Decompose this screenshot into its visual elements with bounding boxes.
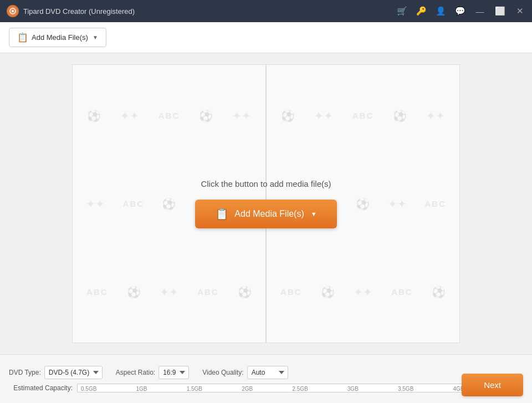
- dvd-type-label: DVD Type:: [9, 369, 41, 376]
- restore-button[interactable]: ⬜: [494, 6, 505, 17]
- add-media-dropdown-arrow: ▼: [93, 34, 98, 40]
- video-quality-select[interactable]: Auto High Medium Low: [247, 366, 288, 379]
- big-add-media-button[interactable]: 📋 Add Media File(s) ▼: [195, 200, 336, 228]
- add-media-file-button[interactable]: 📋 Add Media File(s) ▼: [9, 28, 106, 47]
- big-add-media-label: Add Media File(s): [234, 209, 304, 219]
- title-bar: Tipard DVD Creator (Unregistered) 🛒 🔑 👤 …: [0, 0, 532, 22]
- tick-1gb: 1GB: [136, 386, 147, 392]
- tick-3.5gb: 3.5GB: [398, 386, 413, 392]
- capacity-tick-labels: 0.5GB 1GB 1.5GB 2GB 2.5GB 3GB 3.5GB 4GB …: [80, 386, 520, 392]
- cart-icon[interactable]: 🛒: [397, 6, 407, 16]
- next-button[interactable]: Next: [462, 374, 523, 396]
- tick-3gb: 3GB: [347, 386, 359, 392]
- click-text: Click the button to add media file(s): [201, 179, 331, 188]
- video-quality-group: Video Quality: Auto High Medium Low: [202, 366, 288, 379]
- dvd-type-group: DVD Type: DVD-5 (4.7G) DVD-9 (8.5G): [9, 366, 103, 379]
- minimize-button[interactable]: —: [474, 6, 485, 17]
- add-media-label: Add Media File(s): [32, 33, 88, 42]
- capacity-bar: 0.5GB 1GB 1.5GB 2GB 2.5GB 3GB 3.5GB 4GB …: [77, 384, 523, 392]
- user-icon[interactable]: 👤: [436, 6, 446, 16]
- tick-2.5gb: 2.5GB: [292, 386, 308, 392]
- dvd-type-select[interactable]: DVD-5 (4.7G) DVD-9 (8.5G): [44, 366, 103, 379]
- aspect-ratio-select[interactable]: 16:9 4:3: [158, 366, 189, 379]
- big-dropdown-arrow: ▼: [311, 211, 317, 217]
- main-content: ⚽ ✦✦ ABC ⚽ ✦✦ ✦✦ ABC ⚽ ✦✦ ABC ABC ⚽ ✦✦: [0, 53, 532, 354]
- tick-2gb: 2GB: [242, 386, 253, 392]
- svg-point-1: [12, 10, 14, 12]
- tick-1.5gb: 1.5GB: [187, 386, 202, 392]
- video-quality-label: Video Quality:: [202, 369, 244, 376]
- tick-0.5gb: 0.5GB: [81, 386, 96, 392]
- key-icon[interactable]: 🔑: [416, 6, 427, 16]
- bottom-bar: DVD Type: DVD-5 (4.7G) DVD-9 (8.5G) Aspe…: [0, 354, 532, 403]
- center-overlay: Click the button to add media file(s) 📋 …: [195, 179, 336, 228]
- aspect-ratio-group: Aspect Ratio: 16:9 4:3: [116, 366, 189, 379]
- chat-icon[interactable]: 💬: [455, 6, 466, 16]
- app-title: Tipard DVD Creator (Unregistered): [23, 7, 397, 16]
- capacity-row: Estimated Capacity: 0.5GB 1GB 1.5GB 2GB …: [9, 384, 523, 392]
- big-add-media-icon: 📋: [215, 207, 229, 221]
- aspect-ratio-label: Aspect Ratio:: [116, 369, 155, 376]
- bottom-controls: DVD Type: DVD-5 (4.7G) DVD-9 (8.5G) Aspe…: [9, 366, 523, 379]
- add-media-icon: 📋: [17, 32, 28, 43]
- estimated-capacity-label: Estimated Capacity:: [9, 384, 73, 392]
- toolbar: 📋 Add Media File(s) ▼: [0, 22, 532, 53]
- app-logo: [7, 5, 19, 17]
- title-icons: 🛒 🔑 👤 💬 — ⬜ ✕: [397, 6, 525, 17]
- close-button[interactable]: ✕: [514, 6, 525, 17]
